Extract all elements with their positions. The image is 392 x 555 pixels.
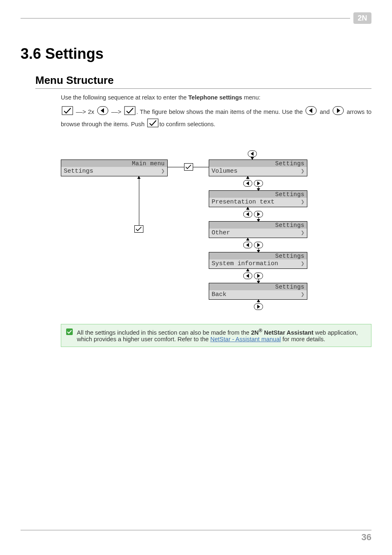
note-text: All the settings included in this sectio… (77, 328, 366, 342)
note-brand: 2N (251, 329, 259, 336)
page-title: 3.6 Settings (21, 45, 371, 62)
svg-rect-1 (62, 106, 73, 115)
menu-box-volumes: Settings Volumes ❯ (209, 160, 307, 176)
para2-text-d: to confirm selections. (159, 121, 215, 127)
menu-row: Presentation text ❯ (209, 198, 307, 207)
menu-row-label: Presentation text (212, 199, 274, 206)
chevron-right-icon: ❯ (301, 260, 304, 268)
menu-header: Settings (209, 191, 307, 198)
menu-row-label: Volumes (212, 168, 238, 175)
page-number: 36 (21, 532, 371, 543)
manual-link[interactable]: NetStar - Assistant manual (210, 336, 281, 342)
sequence-paragraph: ––> 2x ––> . The figure below shows the … (61, 106, 371, 131)
seq-text-2: ––> (109, 109, 123, 115)
check-icon (62, 106, 73, 118)
header-rule (21, 18, 350, 18)
menu-box-presentation: Settings Presentation text ❯ (209, 190, 307, 207)
left-arrow-icon (97, 106, 108, 118)
intro-text-post: menu: (242, 94, 260, 101)
svg-rect-6 (148, 119, 158, 127)
menu-row: Back ❯ (209, 290, 307, 299)
menu-row-label: Settings (64, 168, 93, 175)
intro-paragraph: Use the following sequence at relax to e… (61, 93, 371, 103)
menu-row-label: Other (212, 229, 230, 236)
left-arrow-icon (243, 273, 252, 281)
menu-row: System information ❯ (209, 259, 307, 268)
menu-row-label: System information (212, 260, 278, 267)
menu-header: Main menu (61, 160, 167, 167)
left-arrow-icon (243, 242, 252, 250)
section-subtitle: Menu Structure (35, 74, 371, 87)
right-arrow-icon (332, 106, 344, 118)
check-badge-icon (66, 328, 73, 342)
menu-row: Other ❯ (209, 229, 307, 238)
intro-text-pre: Use the following sequence at relax to e… (61, 94, 188, 101)
menu-structure-figure: Main menu Settings ❯ Settings Volumes ❯ … (61, 143, 357, 316)
menu-header: Settings (209, 283, 307, 290)
intro-text-bold: Telephone settings (188, 94, 242, 101)
left-arrow-icon (305, 106, 317, 118)
para2-text-a: . The figure below shows the main items … (136, 109, 305, 115)
menu-box-other: Settings Other ❯ (209, 221, 307, 238)
menu-header: Settings (209, 222, 307, 229)
para2-text-b: and (318, 109, 332, 115)
right-arrow-icon (254, 303, 263, 312)
menu-header: Settings (209, 252, 307, 259)
check-icon (184, 163, 193, 173)
menu-box-back: Settings Back ❯ (209, 283, 307, 300)
subtitle-rule (35, 88, 371, 89)
menu-row: Settings ❯ (61, 167, 167, 176)
check-icon (134, 225, 143, 235)
footer-rule (21, 530, 371, 530)
chevron-right-icon: ❯ (161, 167, 165, 175)
check-icon (147, 118, 159, 131)
menu-header: Settings (209, 160, 307, 167)
info-note: All the settings included in this sectio… (61, 324, 371, 347)
menu-row-label: Back (212, 291, 226, 298)
menu-row: Volumes ❯ (209, 167, 307, 176)
chevron-right-icon: ❯ (301, 291, 304, 298)
left-arrow-icon (243, 211, 252, 220)
chevron-right-icon: ❯ (301, 167, 304, 175)
svg-rect-3 (125, 106, 135, 115)
note-post: for more details. (281, 336, 325, 342)
left-arrow-icon (243, 180, 252, 189)
menu-box-sysinfo: Settings System information ❯ (209, 252, 307, 269)
note-product: NetStar Assistant (262, 329, 313, 336)
menu-box-main: Main menu Settings ❯ (61, 160, 168, 176)
brand-logo: 2N (353, 12, 371, 25)
svg-rect-19 (66, 328, 73, 335)
check-icon (124, 106, 136, 118)
note-pre: All the settings included in this sectio… (77, 329, 251, 336)
chevron-right-icon: ❯ (301, 198, 304, 206)
chevron-right-icon: ❯ (301, 229, 304, 237)
seq-text-1: ––> 2x (74, 109, 96, 115)
brand-logo-text: 2N (357, 14, 367, 22)
